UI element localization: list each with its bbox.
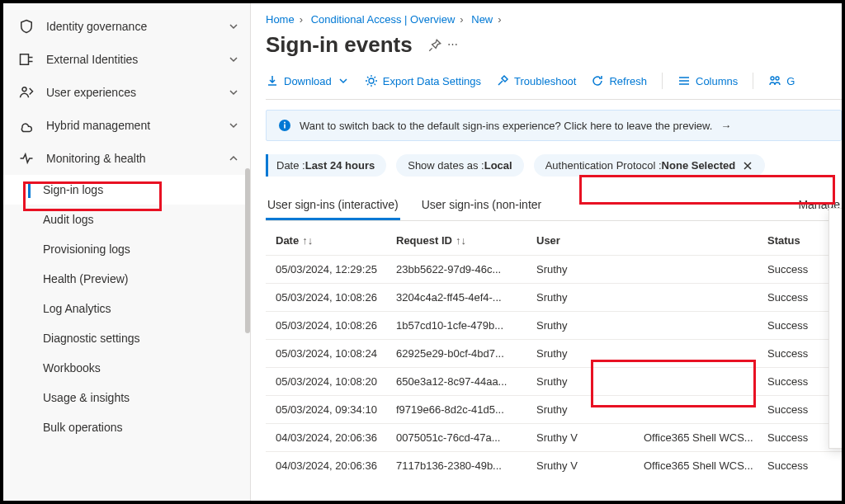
cell-request: 23bb5622-97d9-46c...: [396, 263, 536, 276]
cell-status: Success: [767, 319, 833, 332]
table-row[interactable]: 05/03/2024, 10:08:261b57cd10-1cfe-479b..…: [266, 311, 842, 339]
sidebar-subitem-workbooks[interactable]: Workbooks: [3, 353, 250, 383]
group-button[interactable]: G: [768, 74, 795, 87]
sidebar-subitem-usage-insights[interactable]: Usage & insights: [3, 383, 250, 412]
close-icon[interactable]: [742, 160, 753, 172]
troubleshoot-button[interactable]: Troubleshoot: [496, 74, 576, 87]
sidebar-item-external-identities[interactable]: External Identities: [3, 43, 250, 76]
table-row[interactable]: 05/03/2024, 09:34:10f9719e66-8d2c-41d5..…: [266, 395, 842, 423]
sidebar-item-identity-governance[interactable]: Identity governance: [3, 10, 250, 43]
th-user[interactable]: User: [536, 234, 644, 247]
breadcrumb-sep: ›: [498, 13, 501, 26]
tab-interactive[interactable]: User sign-ins (interactive): [266, 191, 400, 220]
chevron-down-icon: [337, 74, 350, 87]
cell-user: Sruthy: [536, 291, 644, 304]
sidebar-subitem-sign-in-logs[interactable]: Sign-in logs: [3, 175, 250, 205]
toolbar-separator: [753, 73, 753, 89]
hybrid-icon: [18, 117, 35, 134]
th-status[interactable]: Status: [767, 234, 833, 247]
page-title: Sign-in events: [266, 32, 413, 58]
sidebar-subitem-health-preview[interactable]: Health (Preview): [3, 264, 250, 294]
filter-label: Show dates as :: [408, 159, 484, 172]
nav-label: User experiences: [46, 86, 227, 99]
sidebar-item-monitoring-health[interactable]: Monitoring & health: [3, 142, 250, 175]
cell-status: Success: [767, 431, 833, 444]
cell-status: Success: [767, 459, 833, 472]
table-row[interactable]: 04/03/2024, 20:06:360075051c-76cd-47a...…: [266, 423, 842, 451]
tab-noninteractive[interactable]: User sign-ins (non-inter: [420, 191, 544, 220]
nav-label: Diagnostic settings: [43, 332, 240, 345]
cell-date: 04/03/2024, 20:06:36: [266, 459, 396, 472]
columns-button[interactable]: Columns: [677, 74, 738, 87]
nav-label: Monitoring & health: [46, 152, 227, 165]
toolbar-separator: [662, 73, 663, 89]
table-row[interactable]: 04/03/2024, 20:06:367117b136-2380-49b...…: [266, 451, 842, 479]
filter-date[interactable]: Date : Last 24 hours: [266, 154, 386, 177]
nav-label: Health (Preview): [43, 272, 240, 285]
info-banner[interactable]: Want to switch back to the default sign-…: [266, 110, 842, 141]
tool-label: Export Data Settings: [383, 75, 481, 87]
cell-request: f9719e66-8d2c-41d5...: [396, 403, 536, 416]
svg-point-7: [284, 122, 286, 124]
table-row[interactable]: 05/03/2024, 10:08:20650e3a12-8c97-44aa..…: [266, 367, 842, 395]
svg-point-3: [771, 77, 774, 80]
pin-icon[interactable]: [427, 38, 442, 53]
refresh-button[interactable]: Refresh: [591, 74, 647, 87]
table-row[interactable]: 05/03/2024, 10:08:2462925e29-b0cf-4bd7..…: [266, 339, 842, 367]
tabs: User sign-ins (interactive) User sign-in…: [266, 191, 842, 221]
cell-date: 05/03/2024, 10:08:26: [266, 319, 396, 332]
download-button[interactable]: Download: [266, 74, 350, 87]
filter-value: None Selected: [662, 159, 736, 172]
chevron-down-icon: [227, 20, 240, 33]
filter-show-dates[interactable]: Show dates as : Local: [396, 154, 523, 177]
cell-date: 05/03/2024, 10:08:24: [266, 347, 396, 360]
cell-user: Sruthy: [536, 347, 644, 360]
th-request[interactable]: Request ID↑↓: [396, 234, 536, 247]
cell-status: Success: [767, 403, 833, 416]
sidebar-subitem-audit-logs[interactable]: Audit logs: [3, 205, 250, 234]
cell-date: 05/03/2024, 10:08:20: [266, 375, 396, 388]
cell-request: 1b57cd10-1cfe-479b...: [396, 319, 536, 332]
breadcrumb: Home› Conditional Access | Overview› New…: [266, 13, 842, 26]
breadcrumb-new[interactable]: New: [471, 13, 493, 26]
breadcrumb-conditional-access[interactable]: Conditional Access | Overview: [311, 13, 456, 26]
cell-date: 05/03/2024, 10:08:26: [266, 291, 396, 304]
sidebar-item-user-experiences[interactable]: User experiences: [3, 76, 250, 109]
more-icon[interactable]: ⋯: [447, 38, 462, 53]
svg-rect-6: [284, 125, 286, 129]
svg-point-2: [369, 78, 374, 83]
scrollbar[interactable]: [245, 168, 250, 333]
nav-label: Usage & insights: [43, 391, 240, 404]
sidebar-subitem-log-analytics[interactable]: Log Analytics: [3, 294, 250, 323]
tool-label: Troubleshoot: [514, 75, 576, 87]
cell-date: 05/03/2024, 12:29:25: [266, 263, 396, 276]
tool-label: Refresh: [609, 75, 647, 87]
filter-auth-protocol[interactable]: Authentication Protocol : None Selected: [534, 154, 766, 177]
export-button[interactable]: Export Data Settings: [365, 74, 481, 87]
sidebar-subitem-provisioning-logs[interactable]: Provisioning logs: [3, 234, 250, 264]
chevron-down-icon: [227, 86, 240, 99]
sort-icon: ↑↓: [456, 234, 465, 247]
nav-label: External Identities: [46, 53, 227, 66]
table-row[interactable]: 05/03/2024, 12:29:2523bb5622-97d9-46c...…: [266, 255, 842, 283]
th-date[interactable]: Date↑↓: [266, 234, 396, 247]
breadcrumb-home[interactable]: Home: [266, 13, 295, 26]
cell-app: Office365 Shell WCS...: [644, 431, 767, 444]
sidebar-item-hybrid-management[interactable]: Hybrid management: [3, 109, 250, 142]
breadcrumb-sep: ›: [300, 13, 303, 26]
cell-user: Sruthy: [536, 319, 644, 332]
filter-value: Last 24 hours: [305, 159, 375, 172]
page-title-row: Sign-in events ⋯: [266, 32, 842, 58]
filter-label: Date :: [276, 159, 305, 172]
sidebar-subitem-diagnostic-settings[interactable]: Diagnostic settings: [3, 323, 250, 353]
sidebar-subitem-bulk-operations[interactable]: Bulk operations: [3, 412, 250, 442]
cell-status: Success: [767, 291, 833, 304]
cell-user: Sruthy: [536, 263, 644, 276]
user-exp-icon: [18, 84, 35, 101]
cell-user: Sruthy V: [536, 459, 644, 472]
arrow-right-icon: →: [720, 120, 731, 132]
nav-label: Bulk operations: [43, 421, 240, 434]
table-row[interactable]: 05/03/2024, 10:08:263204c4a2-ff45-4ef4-.…: [266, 283, 842, 311]
filter-label: Authentication Protocol :: [545, 159, 662, 172]
tool-label: Download: [284, 75, 332, 87]
